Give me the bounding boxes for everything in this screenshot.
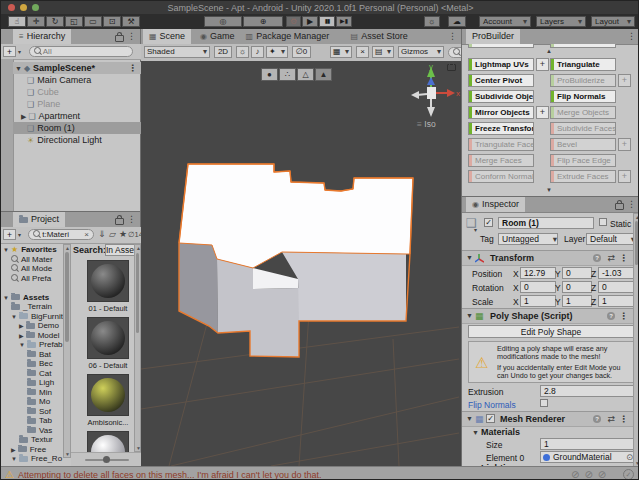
project-folder-tab[interactable]: Tab bbox=[1, 416, 63, 426]
probuilder-flip-face-edge-button[interactable]: Flip Face Edge bbox=[550, 154, 616, 167]
asset-thumbnail-3[interactable] bbox=[87, 374, 129, 416]
scene-menu-icon[interactable]: ⋮ bbox=[448, 31, 457, 41]
materials-size-field[interactable]: 1 bbox=[540, 438, 634, 450]
component-menu-icon[interactable]: ⋮ bbox=[619, 251, 628, 265]
hierarchy-item-directional-light[interactable]: ☀Directional Light bbox=[13, 134, 141, 146]
cloud-collab-button[interactable]: ☁ bbox=[448, 16, 466, 27]
transform-position-z-field[interactable]: -1.03 bbox=[598, 267, 634, 279]
materials-foldout[interactable]: ▼Materials bbox=[472, 427, 520, 437]
camera-settings-dropdown[interactable]: ▤ bbox=[372, 46, 394, 58]
lock-icon[interactable] bbox=[115, 218, 124, 225]
project-folder-cat[interactable]: Cat bbox=[1, 369, 63, 379]
shading-mode-dropdown[interactable]: Shaded bbox=[144, 46, 210, 58]
2d-toggle[interactable]: 2D bbox=[214, 46, 232, 58]
scrollbar-thumb[interactable] bbox=[65, 252, 69, 342]
hierarchy-item-room-1-[interactable]: ❑Room (1) bbox=[13, 122, 141, 134]
project-folder-free[interactable]: ▶Free bbox=[1, 445, 63, 455]
static-checkbox[interactable] bbox=[599, 218, 607, 226]
hierarchy-item-apartment[interactable]: ▶❑Apartment bbox=[13, 110, 141, 122]
rotate-tool-button[interactable]: ↻ bbox=[46, 16, 64, 27]
scroll-up-icon[interactable]: ▲ bbox=[65, 245, 70, 251]
transform-scale-x-field[interactable]: 1 bbox=[520, 295, 556, 307]
scene-lighting-toggle[interactable]: ☼ bbox=[236, 46, 249, 58]
project-folder-model[interactable]: ▶Model bbox=[1, 331, 63, 341]
poly-shape-header[interactable]: ▼ ▦ Poly Shape (Script) ? ⋮ bbox=[462, 308, 633, 324]
component-checkbox[interactable]: ✓ bbox=[486, 414, 495, 423]
scroll-down-icon[interactable]: ▼ bbox=[65, 451, 70, 457]
project-folder-ligh[interactable]: Ligh bbox=[1, 378, 63, 388]
transform-position-y-field[interactable]: 0 bbox=[562, 267, 592, 279]
play-button[interactable]: ▶ bbox=[302, 16, 318, 27]
probuilder-probuilderize-button[interactable]: ProBuilderize bbox=[550, 74, 616, 87]
component-menu-icon[interactable]: ⋮ bbox=[619, 309, 628, 323]
projection-label[interactable]: ≡ Iso bbox=[417, 119, 436, 129]
active-checkbox[interactable]: ✓ bbox=[484, 218, 493, 227]
probuilder-center-pivot-button[interactable]: Center Pivot bbox=[468, 74, 534, 87]
scene-audio-toggle[interactable]: ♪ bbox=[251, 46, 264, 58]
project-folder-free-ro[interactable]: ▼Free_Ro bbox=[1, 454, 63, 464]
edge-mode-button[interactable]: △ bbox=[297, 68, 314, 81]
layout-dropdown[interactable]: Layout bbox=[591, 16, 635, 27]
flip-normals-checkbox[interactable] bbox=[540, 399, 548, 407]
hierarchy-menu-icon[interactable]: ⋮ bbox=[127, 31, 136, 41]
hierarchy-item-samplescene-[interactable]: ▼◆SampleScene*⋮ bbox=[13, 62, 141, 74]
asset-thumbnail-2[interactable] bbox=[87, 317, 129, 359]
project-folder-favorites[interactable]: ▼★Favorites bbox=[1, 245, 63, 255]
asset-grid-scrollbar[interactable]: ▲ ▼ bbox=[134, 244, 141, 452]
scene-fx-dropdown[interactable]: ✦ bbox=[266, 46, 288, 58]
scale-tool-button[interactable]: ◱ bbox=[65, 16, 83, 27]
transform-tool-button[interactable]: ⊡ bbox=[103, 16, 121, 27]
probuilder-merge-faces-button[interactable]: Merge Faces bbox=[468, 154, 534, 167]
gameobject-dropdown-icon[interactable]: ▾ bbox=[474, 226, 477, 233]
tab-hierarchy[interactable]: ≡Hierarchy bbox=[13, 29, 71, 44]
project-search-input[interactable]: t:Materi× bbox=[28, 229, 94, 240]
component-tools-button[interactable]: × bbox=[356, 46, 369, 58]
label-filter-icon[interactable]: ▱ bbox=[109, 229, 116, 239]
pivot-mode-button[interactable]: ◎ Center bbox=[204, 16, 242, 27]
hierarchy-search-input[interactable]: All bbox=[29, 46, 133, 57]
mesh-renderer-header[interactable]: ▼ ▦ ✓ Mesh Renderer ? ⇄ ⋮ bbox=[462, 411, 633, 427]
rect-tool-button[interactable]: ▭ bbox=[84, 16, 102, 27]
probuilder-partial-button[interactable] bbox=[550, 44, 616, 48]
inspector-scrollbar[interactable]: ▲ ▼ bbox=[633, 213, 639, 467]
probuilder-menu-icon[interactable]: ⋮ bbox=[627, 31, 636, 41]
transform-header[interactable]: ▼ Transform ? ⇄ ⋮ bbox=[462, 250, 633, 266]
project-folder-demo[interactable]: ▶Demo bbox=[1, 321, 63, 331]
component-menu-icon[interactable]: ⋮ bbox=[619, 412, 628, 426]
transform-rotation-x-field[interactable]: 0 bbox=[520, 281, 556, 293]
transform-rotation-z-field[interactable]: 0 bbox=[598, 281, 634, 293]
transform-rotation-y-field[interactable]: 0 bbox=[562, 281, 592, 293]
hierarchy-item-plane[interactable]: ❑Plane bbox=[13, 98, 141, 110]
project-folder-mo[interactable]: Mo bbox=[1, 397, 63, 407]
probuilder-mirror-objects-button[interactable]: Mirror Objects bbox=[468, 106, 534, 119]
tag-dropdown[interactable]: Untagged bbox=[498, 233, 558, 245]
probuilder-bevel-button[interactable]: Bevel bbox=[550, 138, 616, 151]
probuilder-bevel-options-button[interactable]: + bbox=[618, 138, 631, 151]
account-dropdown[interactable]: Account bbox=[479, 16, 531, 27]
asset-thumbnail-1[interactable] bbox=[87, 260, 129, 302]
lock-icon[interactable] bbox=[115, 35, 124, 42]
inspector-menu-icon[interactable]: ⋮ bbox=[627, 199, 636, 209]
scrollbar-thumb[interactable] bbox=[136, 253, 139, 333]
probuilder-subdivide-faces-button[interactable]: Subdivide Faces bbox=[550, 122, 616, 135]
extrusion-field[interactable]: 2.8 bbox=[540, 385, 634, 397]
layers-dropdown[interactable]: Layers bbox=[536, 16, 586, 27]
project-folder-prefab[interactable]: ▼Prefab bbox=[1, 340, 63, 350]
tab-project[interactable]: Project bbox=[13, 212, 65, 227]
move-tool-button[interactable]: ✛ bbox=[27, 16, 45, 27]
create-dropdown-icon[interactable]: ▾ bbox=[18, 231, 21, 238]
create-object-button[interactable]: + bbox=[3, 46, 16, 57]
element0-field[interactable]: GroundMaterial ⊙ bbox=[540, 451, 634, 463]
gizmos-dropdown[interactable]: Gizmos bbox=[398, 46, 444, 58]
face-mode-button[interactable]: ▲ bbox=[315, 68, 332, 81]
project-folder-textur[interactable]: Textur bbox=[1, 435, 63, 445]
presets-icon[interactable]: ⇄ bbox=[607, 251, 615, 265]
presets-icon[interactable]: ⇄ bbox=[607, 412, 615, 426]
help-icon[interactable]: ? bbox=[593, 254, 601, 262]
lock-icon[interactable] bbox=[615, 203, 624, 210]
tab-package-manager[interactable]: ▥Package Manager bbox=[240, 29, 336, 44]
layer-dropdown[interactable]: Default bbox=[586, 233, 636, 245]
probuilder-lightmap-uvs-options-button[interactable]: + bbox=[536, 58, 549, 71]
probuilder-conform-normals-button[interactable]: Conform Normals bbox=[468, 170, 534, 183]
scene-viewport[interactable]: ● ∴ △ ▲ y x ≡ Iso bbox=[141, 61, 461, 466]
